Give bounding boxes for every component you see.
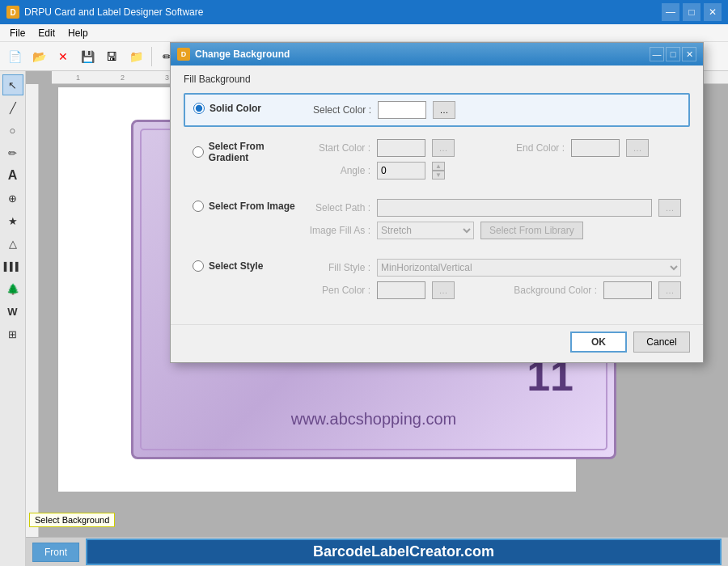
dialog-icon: D [177,48,190,61]
pen-bg-row: Pen Color : … Background Color : … [306,281,681,299]
menu-help[interactable]: Help [61,26,95,40]
fill-label: Image Fill As : [306,225,370,236]
fill-row: Image Fill As : Stretch Select From Libr… [306,222,681,239]
app-icon: D [6,6,19,19]
start-color-label: Start Color : [306,142,370,154]
fill-style-label: Fill Style : [306,262,370,273]
end-color-browse: … [626,139,649,157]
pen-color-browse: … [432,281,455,299]
tool-triangle[interactable]: △ [2,233,23,254]
fill-dropdown: Stretch [377,222,474,239]
change-background-dialog: D Change Background — □ ✕ Fill Backgroun… [170,42,704,363]
menu-edit[interactable]: Edit [32,26,61,40]
cancel-button[interactable]: Cancel [633,332,690,353]
end-color-label: End Color : [500,142,565,154]
angle-input: 0 [377,162,425,180]
style-controls: Fill Style : MinHorizontalVertical Pen C… [306,259,681,299]
dialog-footer: OK Cancel [171,324,703,362]
start-color-browse: … [432,139,455,157]
style-label: Select Style [209,260,263,272]
image-option: Select From Image Select Path : … Image … [184,192,690,247]
brand-text: BarcodeLabelCreator.com [86,539,722,565]
tool-oval[interactable]: ○ [2,120,23,141]
gradient-radio-col: Select From Gradient [193,139,306,163]
solid-color-option: Solid Color Select Color : … [184,93,690,127]
style-radio[interactable] [193,260,204,272]
tooltip-select-background: Select Background [29,513,115,527]
gradient-radio[interactable] [193,146,204,158]
tool-pattern[interactable]: ⊞ [2,323,23,344]
angle-down: ▼ [432,171,445,180]
path-label: Select Path : [306,202,370,213]
fill-style-row: Fill Style : MinHorizontalVertical [306,259,681,277]
dialog-title-bar: D Change Background — □ ✕ [171,43,703,65]
save-button[interactable]: 💾 [76,45,99,68]
solid-color-label: Solid Color [210,103,261,114]
solid-color-radio-col: Solid Color [193,101,307,114]
close-doc-button[interactable]: ✕ [52,45,74,68]
close-button[interactable]: ✕ [704,3,722,21]
menu-file[interactable]: File [3,26,32,40]
tool-tree[interactable]: 🌲 [2,278,23,299]
angle-up: ▲ [432,162,445,171]
image-label: Select From Image [209,201,295,212]
angle-spinner: ▲ ▼ [432,162,445,180]
title-bar: D DRPU Card and Label Designer Software … [0,0,728,24]
tool-line[interactable]: ╱ [2,97,23,118]
dialog-title-text: Change Background [195,49,650,60]
bottom-bar: Front BarcodeLabelCreator.com [26,537,728,566]
app-title: DRPU Card and Label Designer Software [24,6,662,18]
save-as-button[interactable]: 🖫 [100,45,123,68]
dialog-close[interactable]: ✕ [682,47,696,61]
angle-label: Angle : [306,165,370,176]
bg-color-label: Background Color : [514,285,597,296]
tool-select[interactable]: ↖ [2,74,23,95]
section-label: Fill Background [184,74,690,85]
dialog-maximize[interactable]: □ [666,47,680,61]
path-row: Select Path : … [306,199,681,217]
folder-button[interactable]: 📁 [125,45,147,68]
tool-word[interactable]: W [2,301,23,322]
path-browse: … [658,199,681,217]
library-button: Select From Library [480,222,583,239]
ok-button[interactable]: OK [570,332,627,353]
toolbox: ↖ ╱ ○ ✏ A ⊕ ★ △ ▌▌▌ 🌲 W ⊞ [0,71,26,566]
solid-color-controls: Select Color : … [307,101,680,119]
solid-color-radio[interactable] [193,103,205,114]
ruler-vertical [26,84,39,566]
separator-1 [151,47,152,66]
image-radio[interactable] [193,201,204,212]
minimize-button[interactable]: — [662,3,679,21]
image-radio-col: Select From Image [193,199,306,212]
end-color-box [571,139,620,157]
tool-barcode[interactable]: ▌▌▌ [2,256,23,277]
path-input [377,199,652,217]
tool-star[interactable]: ★ [2,210,23,231]
dialog-body: Fill Background Solid Color Select Color… [171,65,703,324]
dialog-controls: — □ ✕ [650,47,696,61]
style-option: Select Style Fill Style : MinHorizontalV… [184,251,690,306]
solid-color-box[interactable] [378,101,426,119]
maximize-button[interactable]: □ [683,3,700,21]
new-button[interactable]: 📄 [3,45,26,68]
tool-text[interactable]: A [2,165,23,186]
tool-cursor[interactable]: ⊕ [2,188,23,209]
select-color-row: Select Color : … [307,101,680,119]
gradient-colors-row: Start Color : … End Color : … [306,139,681,157]
pen-color-box [377,281,425,299]
front-tab[interactable]: Front [32,543,79,562]
start-color-box [377,139,425,157]
bg-color-box [603,281,652,299]
dialog-minimize[interactable]: — [650,47,664,61]
gradient-option: Select From Gradient Start Color : … End… [184,132,690,187]
solid-color-browse[interactable]: … [433,101,455,119]
menu-bar: File Edit Help [0,24,728,42]
window-controls: — □ ✕ [662,3,722,21]
bg-color-browse: … [658,281,681,299]
gradient-label: Select From Gradient [209,141,306,163]
image-controls: Select Path : … Image Fill As : Stretch … [306,199,681,239]
style-dropdown: MinHorizontalVertical [377,259,681,277]
gradient-controls: Start Color : … End Color : … Angle : 0 … [306,139,681,180]
open-button[interactable]: 📂 [28,45,50,68]
tool-pencil[interactable]: ✏ [2,142,23,163]
